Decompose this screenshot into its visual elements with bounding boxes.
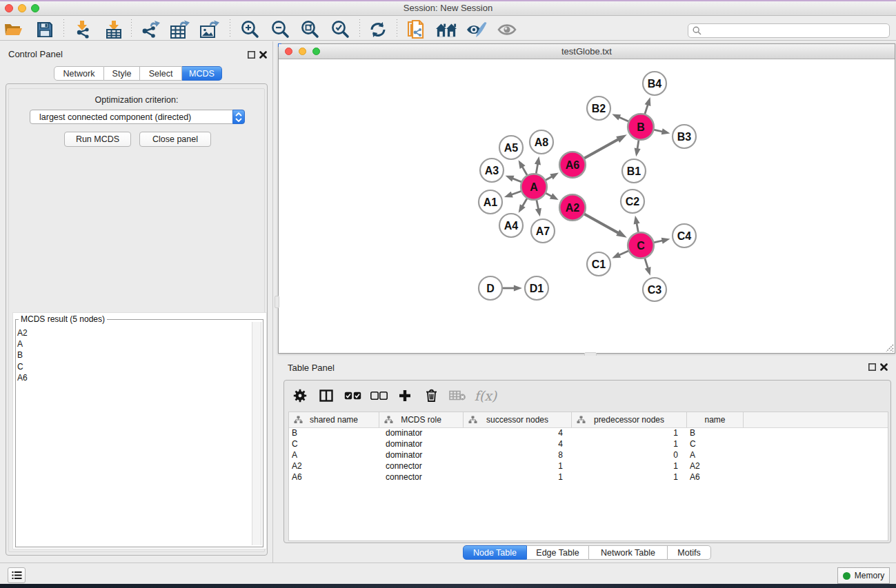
- delete-columns-icon[interactable]: [418, 385, 444, 406]
- cell-MCDS-role[interactable]: dominator: [379, 450, 464, 461]
- close-traffic-light[interactable]: [5, 4, 13, 12]
- mcds-result-item[interactable]: A2: [17, 327, 252, 338]
- show-all-icon[interactable]: [497, 19, 517, 40]
- cell-shared-name[interactable]: C: [289, 439, 379, 450]
- graph-edge-A-A4[interactable]: [522, 198, 528, 207]
- column-header-name[interactable]: name: [687, 412, 744, 427]
- close-panel-icon[interactable]: [259, 51, 267, 59]
- table-row[interactable]: Bdominator41B: [289, 428, 888, 439]
- graph-edge-B-B3[interactable]: [654, 130, 664, 132]
- export-network-icon[interactable]: [140, 19, 161, 40]
- table-tab-node-table[interactable]: Node Table: [463, 545, 527, 560]
- table-row[interactable]: A6connector11A6: [289, 472, 888, 483]
- cell-shared-name[interactable]: B: [289, 428, 379, 439]
- search-input[interactable]: [701, 25, 889, 37]
- close-panel-button[interactable]: Close panel: [139, 132, 211, 147]
- cell-successor-nodes[interactable]: 4: [464, 439, 572, 450]
- table-row[interactable]: A2connector11A2: [289, 461, 888, 472]
- network-zoom-traffic-light[interactable]: [312, 48, 320, 55]
- export-table-icon[interactable]: [169, 19, 190, 40]
- first-neighbors-icon[interactable]: [436, 19, 457, 40]
- control-tab-mcds[interactable]: MCDS: [182, 66, 222, 81]
- mcds-result-item[interactable]: B: [17, 349, 252, 361]
- graph-edge-A6-B[interactable]: [584, 139, 619, 159]
- open-file-icon[interactable]: [3, 19, 23, 40]
- cell-successor-nodes[interactable]: 1: [464, 472, 572, 483]
- import-table-icon[interactable]: [103, 19, 124, 40]
- graph-edge-B-B4[interactable]: [645, 104, 648, 114]
- graph-edge-A-A3[interactable]: [512, 178, 521, 182]
- graph-edge-A2-C[interactable]: [584, 214, 619, 233]
- cell-successor-nodes[interactable]: 1: [464, 461, 572, 472]
- column-header-MCDS-role[interactable]: MCDS role: [379, 412, 464, 427]
- network-from-selection-icon[interactable]: [406, 19, 426, 40]
- cell-name[interactable]: C: [687, 439, 744, 450]
- table-tab-edge-table[interactable]: Edge Table: [527, 545, 589, 560]
- column-header-predecessor-nodes[interactable]: predecessor nodes: [572, 412, 687, 427]
- optimization-criterion-select[interactable]: largest connected component (directed): [30, 110, 245, 124]
- graph-edge-C-C4[interactable]: [654, 241, 664, 243]
- cell-shared-name[interactable]: A6: [289, 472, 379, 483]
- cell-successor-nodes[interactable]: 8: [464, 450, 572, 461]
- graph-edge-A-A1[interactable]: [510, 191, 521, 194]
- import-network-icon[interactable]: [72, 19, 93, 40]
- mcds-result-item[interactable]: C: [17, 361, 252, 372]
- control-tab-network[interactable]: Network: [54, 66, 104, 81]
- close-table-panel-icon[interactable]: [880, 363, 888, 371]
- zoom-traffic-light[interactable]: [31, 4, 39, 12]
- cell-predecessor-nodes[interactable]: 1: [572, 472, 687, 483]
- zoom-fit-icon[interactable]: [299, 19, 320, 40]
- hide-selected-icon[interactable]: [466, 19, 487, 40]
- zoom-out-icon[interactable]: [270, 19, 290, 40]
- cell-predecessor-nodes[interactable]: 1: [572, 428, 687, 439]
- add-column-icon[interactable]: [392, 385, 418, 406]
- app-titlebar[interactable]: Session: New Session: [0, 1, 896, 16]
- control-tab-style[interactable]: Style: [104, 66, 140, 81]
- graph-edge-B-B2[interactable]: [618, 117, 628, 122]
- table-row[interactable]: Cdominator41C: [289, 439, 888, 450]
- graph-edge-B-B1[interactable]: [637, 140, 639, 150]
- network-close-traffic-light[interactable]: [285, 48, 292, 55]
- cell-successor-nodes[interactable]: 4: [464, 428, 572, 439]
- divider-grip-left[interactable]: [275, 296, 279, 308]
- cell-name[interactable]: A: [687, 450, 744, 461]
- zoom-in-icon[interactable]: [239, 19, 260, 40]
- deselect-all-columns-icon[interactable]: [366, 385, 392, 406]
- column-header-shared-name[interactable]: shared name: [289, 412, 379, 427]
- graph-edge-A-A8[interactable]: [536, 163, 538, 174]
- window-resize-grip[interactable]: [885, 343, 894, 352]
- mcds-result-list[interactable]: A2ABCA6: [17, 327, 252, 383]
- graph-edge-C-C1[interactable]: [618, 251, 628, 256]
- cell-shared-name[interactable]: A: [289, 450, 379, 461]
- mcds-result-item[interactable]: A6: [17, 372, 252, 383]
- select-all-columns-icon[interactable]: [339, 385, 366, 406]
- cell-MCDS-role[interactable]: connector: [379, 461, 464, 472]
- cell-name[interactable]: B: [687, 428, 744, 439]
- float-panel-icon[interactable]: [248, 51, 255, 59]
- float-table-panel-icon[interactable]: [868, 363, 876, 371]
- graph-edge-A-A5[interactable]: [522, 166, 528, 176]
- cell-name[interactable]: A2: [687, 461, 744, 472]
- cell-MCDS-role[interactable]: dominator: [379, 428, 464, 439]
- memory-button[interactable]: Memory: [837, 567, 890, 584]
- table-tab-network-table[interactable]: Network Table: [589, 545, 668, 560]
- column-header-successor-nodes[interactable]: successor nodes: [464, 412, 572, 427]
- network-window-titlebar[interactable]: testGlobe.txt: [279, 44, 895, 59]
- network-graph-canvas[interactable]: AA1A3A5A8A4A7A6A2BB1B2B3B4CC1C2C3C4DD1: [279, 59, 895, 353]
- cell-predecessor-nodes[interactable]: 1: [572, 461, 687, 472]
- network-minimize-traffic-light[interactable]: [299, 48, 306, 55]
- apply-layout-icon[interactable]: [368, 19, 388, 40]
- zoom-selected-icon[interactable]: [330, 19, 350, 40]
- graph-edge-C-C3[interactable]: [645, 258, 648, 269]
- run-mcds-button[interactable]: Run MCDS: [64, 132, 131, 147]
- cell-predecessor-nodes[interactable]: 0: [572, 450, 687, 461]
- save-session-icon[interactable]: [34, 19, 55, 40]
- cell-shared-name[interactable]: A2: [289, 461, 379, 472]
- search-box[interactable]: [688, 23, 890, 38]
- show-panels-button[interactable]: [8, 567, 26, 583]
- table-row[interactable]: Adominator80A: [289, 450, 888, 461]
- cell-MCDS-role[interactable]: dominator: [379, 439, 464, 450]
- table-settings-icon[interactable]: [287, 385, 313, 406]
- graph-edge-A-A7[interactable]: [537, 200, 539, 210]
- cell-name[interactable]: A6: [687, 472, 744, 483]
